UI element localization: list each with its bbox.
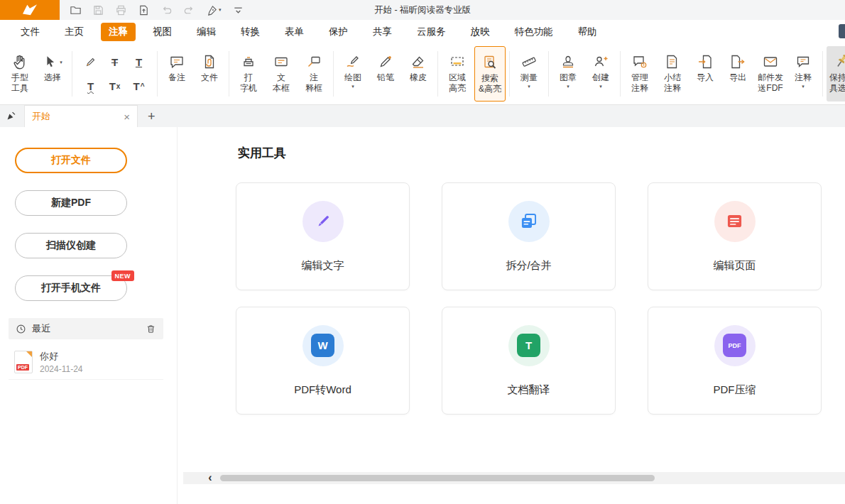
eraser-button[interactable]: 橡皮 (403, 46, 434, 102)
translate-icon: T (508, 325, 550, 366)
recent-file-item[interactable]: PDF 你好 2024-11-24 (9, 344, 163, 380)
drawing-button[interactable]: 绘图 ▾ (337, 46, 369, 102)
menu-tab-home[interactable]: 主页 (57, 23, 92, 41)
eraser-icon (410, 51, 427, 72)
open-mobile-file-button[interactable]: 打开手机文件 NEW (15, 275, 127, 301)
ribbon-separator (822, 51, 823, 97)
utility-cards: 编辑文字 拆分/合并 编辑页面 W PDF转Word (236, 182, 822, 415)
card-split-merge[interactable]: 拆分/合并 (442, 182, 616, 290)
file-attachment-icon (201, 51, 218, 72)
new-pdf-button[interactable]: 新建PDF (15, 190, 127, 216)
menu-tab-form[interactable]: 表单 (277, 23, 312, 41)
note-bubble-icon (168, 51, 185, 72)
card-translate[interactable]: T 文档翻译 (442, 307, 616, 415)
menu-tab-help[interactable]: 帮助 (570, 23, 605, 41)
caret-down-icon: ▾ (60, 59, 62, 65)
new-tab-button[interactable]: + (148, 110, 156, 123)
typewriter-icon (240, 51, 257, 72)
replace-text-tool-icon[interactable]: Tx (104, 75, 126, 97)
menu-tab-convert[interactable]: 转换 (233, 23, 268, 41)
main-content: 实用工具 编辑文字 拆分/合并 编辑页面 (178, 127, 845, 504)
ribbon-separator (157, 51, 158, 97)
foxit-logo[interactable] (0, 0, 60, 20)
caret-down-icon: ▾ (802, 83, 805, 89)
area-highlight-button[interactable]: 区域 高亮 (442, 46, 473, 102)
hand-icon (11, 51, 29, 72)
undo-icon[interactable] (160, 4, 173, 16)
titlebar: 开始 - 福昕阅读器专业版 ▾ (0, 0, 845, 20)
page-fold (26, 351, 32, 357)
card-pdf-to-word[interactable]: W PDF转Word (236, 307, 410, 415)
comments-settings-button[interactable]: 注释 ▾ (787, 46, 819, 102)
menu-tab-share[interactable]: 共享 (365, 23, 400, 41)
stamp-icon (560, 51, 577, 72)
ribbon-separator (548, 51, 549, 97)
select-tool-button[interactable]: ▾ 选择 (37, 46, 68, 102)
summarize-comments-button[interactable]: 小结 注释 (657, 46, 688, 102)
recent-file-date: 2024-11-24 (40, 364, 83, 374)
export-comments-button[interactable]: 导出 (722, 46, 753, 102)
ink-sign-icon[interactable]: ▾ (206, 4, 222, 16)
close-tab-icon[interactable]: × (124, 111, 130, 122)
pdf-file-icon: PDF (14, 351, 33, 373)
menu-tab-edit[interactable]: 编辑 (189, 23, 224, 41)
tab-start[interactable]: 开始 × (24, 105, 138, 127)
compress-pdf-icon: PDF (714, 325, 756, 366)
partial-window-icon[interactable] (839, 24, 845, 38)
create-person-icon (592, 51, 609, 72)
open-folder-icon[interactable] (70, 4, 82, 16)
highlight-tool-icon[interactable] (80, 51, 102, 73)
document-tabbar: 开始 × + (0, 105, 845, 127)
section-title: 实用工具 (238, 145, 286, 161)
split-merge-icon (508, 201, 550, 242)
strikeout-tool-icon[interactable]: T (104, 51, 126, 73)
search-highlight-button[interactable]: 搜索 &高亮 (474, 46, 506, 102)
print-icon[interactable] (115, 4, 127, 16)
note-button[interactable]: 备注 (161, 46, 192, 102)
pencil-button[interactable]: 铅笔 (370, 46, 401, 102)
menu-tab-play[interactable]: 放映 (463, 23, 498, 41)
create-stamp-button[interactable]: 创建 ▾ (585, 46, 616, 102)
hand-tool-button[interactable]: 手型 工具 (4, 46, 36, 102)
manage-comments-button[interactable]: 管理 注释 (624, 46, 655, 102)
menu-tab-cloud[interactable]: 云服务 (409, 23, 454, 41)
caret-down-icon: ▾ (219, 7, 222, 13)
email-fdf-button[interactable]: 邮件发 送FDF (755, 46, 786, 102)
callout-button[interactable]: 注 释框 (298, 46, 329, 102)
caret-down-icon: ▾ (599, 83, 602, 89)
file-attachment-button[interactable]: 文件 (194, 46, 225, 102)
trash-icon[interactable] (146, 324, 156, 334)
scroll-left-icon[interactable]: ‹ (203, 472, 217, 483)
customize-toolbar-icon[interactable] (232, 4, 244, 16)
caret-down-icon: ▾ (351, 83, 354, 89)
redo-icon[interactable] (183, 4, 195, 16)
word-icon: W (302, 325, 344, 366)
menu-tab-features[interactable]: 特色功能 (507, 23, 561, 41)
squiggly-tool-icon[interactable]: T (80, 75, 102, 97)
export-page-icon[interactable] (138, 4, 150, 16)
pushpin-icon (833, 51, 845, 72)
scanner-create-button[interactable]: 扫描仪创建 (15, 233, 127, 258)
card-edit-text[interactable]: 编辑文字 (236, 182, 410, 290)
menu-tab-protect[interactable]: 保护 (321, 23, 356, 41)
textbox-button[interactable]: 文 本框 (266, 46, 297, 102)
textbox-icon (273, 51, 290, 72)
typewriter-button[interactable]: 打 字机 (233, 46, 264, 102)
underline-tool-icon[interactable]: T (128, 51, 150, 73)
menu-tab-file[interactable]: 文件 (13, 23, 48, 41)
stamp-button[interactable]: 图章 ▾ (552, 46, 584, 102)
menu-tab-comment[interactable]: 注释 (101, 23, 136, 41)
card-compress[interactable]: PDF PDF压缩 (648, 307, 822, 415)
keep-tool-selected-button[interactable]: 保持工 具选择 (827, 46, 845, 102)
insert-text-tool-icon[interactable]: T^ (128, 75, 150, 97)
save-icon[interactable] (92, 4, 104, 16)
ribbon-separator (333, 51, 334, 97)
horizontal-scrollbar[interactable]: ‹ (183, 472, 845, 484)
open-file-button[interactable]: 打开文件 (15, 148, 127, 173)
card-edit-pages[interactable]: 编辑页面 (648, 182, 822, 290)
measure-button[interactable]: 测量 ▾ (513, 46, 545, 102)
pen-nib-icon[interactable] (0, 105, 21, 127)
import-comments-button[interactable]: 导入 (689, 46, 721, 102)
menu-tab-view[interactable]: 视图 (145, 23, 180, 41)
scrollbar-thumb[interactable] (220, 475, 655, 481)
